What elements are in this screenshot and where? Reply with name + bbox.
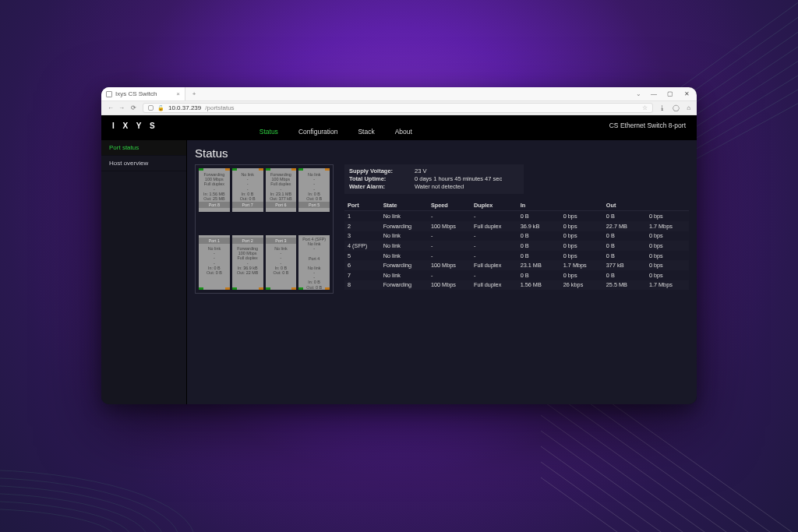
th-state: State [380,200,428,211]
page-title: Status [195,146,689,160]
port-4-sfp-label: Port 4 (SFP) [302,237,326,241]
port-4-sfp[interactable]: Port 4 (SFP)No link- Port 4 No link--In:… [298,235,330,290]
browser-tab[interactable]: Ixys CS Switch × [101,87,185,100]
table-row: 8Forwarding100 MbpsFull duplex1.56 MB26 … [344,280,689,291]
back-button[interactable]: ← [108,104,114,111]
address-bar[interactable]: 🔓 10.0.37.239/portstatus ☆ [143,103,653,113]
port-8-label: Port 8 [199,202,230,208]
th-out: Out [603,200,689,211]
nav-configuration[interactable]: Configuration [298,128,338,136]
kv-supply-label: Supply Voltage: [349,167,408,175]
tab-strip: Ixys CS Switch × + ⌄ — ▢ ✕ [101,87,697,100]
port-7[interactable]: No link---In: 0 BOut: 0 B Port 7 [232,168,263,212]
browser-toolbar: ← → ⟳ 🔓 10.0.37.239/portstatus ☆ ⭳ ◯ ⌂ [101,100,697,115]
table-row: 5No link--0 B0 bps0 B0 bps [344,251,689,261]
url-path: /portstatus [205,104,234,111]
nav-stack[interactable]: Stack [358,128,374,136]
port-1-label: Port 1 [199,238,230,244]
port-7-label: Port 7 [232,202,263,208]
port-5-label: Port 5 [298,202,330,208]
sidebar-item-port-status[interactable]: Port status [101,140,186,156]
top-nav: Status Configuration Stack About [260,128,412,136]
sidebar: Port status Host overview [101,140,187,404]
port-status-table: Port State Speed Duplex In Out 1No link-… [344,200,689,290]
svg-point-2 [0,485,164,532]
url-host: 10.0.37.239 [168,104,201,111]
download-icon[interactable]: ⭳ [659,104,666,111]
port-5[interactable]: No link---In: 0 BOut: 0 B Port 5 [298,168,330,212]
bookmark-star-icon[interactable]: ☆ [642,104,648,111]
port-2-label: Port 2 [232,238,263,244]
min-button[interactable]: — [650,90,658,97]
app-header: I X Y S Status Configuration Stack About… [101,115,697,140]
page-icon [106,91,112,97]
svg-point-1 [0,477,179,532]
port-6[interactable]: Forwarding100 MbpsFull duplex-In: 23.1 M… [266,168,297,212]
svg-point-0 [0,470,195,532]
kv-uptime-value: 0 days 1 hours 45 minutes 47 sec [415,175,502,183]
table-row: 6Forwarding100 MbpsFull duplex23.1 MB1.7… [344,260,689,270]
max-button[interactable]: ▢ [666,90,674,97]
nav-status[interactable]: Status [260,128,278,136]
content: Status Forwarding100 MbpsFull duplex-In:… [187,140,697,404]
th-speed: Speed [428,200,471,211]
svg-point-5 [0,509,117,532]
table-row: 4 (SFP)No link--0 B0 bps0 B0 bps [344,241,689,251]
forward-button[interactable]: → [118,104,125,111]
close-button[interactable]: ✕ [683,90,690,97]
port-8[interactable]: Forwarding100 MbpsFull duplex-In: 1.56 M… [199,168,230,212]
sidebar-item-host-overview[interactable]: Host overview [101,156,186,171]
device-kv-box: Supply Voltage:23 V Total Uptime:0 days … [344,164,524,194]
svg-point-3 [0,493,148,532]
new-tab-button[interactable]: + [185,87,203,100]
port-3-label: Port 3 [266,238,297,244]
kv-uptime-label: Total Uptime: [349,175,408,183]
th-port: Port [344,200,380,211]
nav-about[interactable]: About [395,128,412,136]
tab-title: Ixys CS Switch [115,90,157,97]
port-1[interactable]: Port 1 No link---In: 0 BOut: 0 B [199,235,230,290]
insecure-lock-icon: 🔓 [157,105,164,111]
table-row: 1No link--0 B0 bps0 B0 bps [344,211,689,221]
kv-supply-value: 23 V [415,167,426,175]
account-icon[interactable]: ◯ [673,104,680,111]
port-3[interactable]: Port 3 No link---In: 0 BOut: 0 B [266,235,297,290]
extensions-icon[interactable]: ⌂ [687,104,690,111]
tabs-dropdown-icon[interactable]: ⌄ [634,90,641,97]
port-diagram: Forwarding100 MbpsFull duplex-In: 1.56 M… [195,164,334,294]
table-row: 2Forwarding100 MbpsFull duplex36.9 kB0 b… [344,221,689,231]
table-row: 7No link--0 B0 bps0 B0 bps [344,270,689,280]
port-2[interactable]: Port 2 Forwarding100 MbpsFull duplex-In:… [232,235,263,290]
kv-alarm-value: Water not detected [415,183,464,191]
brand-logo: I X Y S [112,122,158,130]
close-tab-icon[interactable]: × [176,90,180,97]
reload-button[interactable]: ⟳ [131,104,136,111]
svg-point-4 [0,501,132,532]
port-6-label: Port 6 [266,202,297,208]
table-row: 3No link--0 B0 bps0 B0 bps [344,231,689,241]
th-in: In [517,200,603,211]
device-name: CS Ethernet Switch 8-port [609,122,686,129]
shield-icon [148,105,154,111]
th-duplex: Duplex [471,200,517,211]
browser-window: Ixys CS Switch × + ⌄ — ▢ ✕ ← → ⟳ 🔓 10.0.… [101,87,697,404]
kv-alarm-label: Water Alarm: [349,183,408,191]
